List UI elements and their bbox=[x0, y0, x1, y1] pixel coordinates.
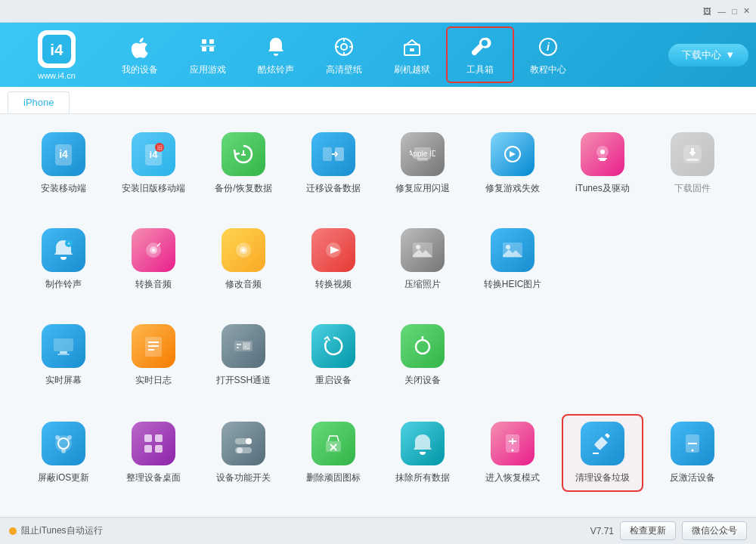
version-text: V7.71 bbox=[590, 526, 614, 536]
tool-backup-restore[interactable]: 备份/恢复数据 bbox=[203, 126, 285, 201]
nav-label-tutorials: 教程中心 bbox=[530, 63, 566, 76]
main-content: i4 安装移动端 i4 旧 安装旧版移动端 bbox=[0, 114, 756, 517]
tool-deactivate[interactable]: 反激活设备 bbox=[651, 414, 733, 492]
check-update-button[interactable]: 检查更新 bbox=[620, 521, 676, 540]
svg-rect-21 bbox=[323, 147, 332, 161]
erase-data-icon bbox=[401, 422, 445, 465]
nav-item-toolbox[interactable]: 工具箱 bbox=[446, 26, 514, 83]
tool-compress-photo[interactable]: 压缩照片 bbox=[382, 222, 464, 297]
svg-rect-29 bbox=[598, 158, 607, 159]
box-icon bbox=[398, 33, 426, 60]
wallpaper-icon bbox=[330, 33, 358, 60]
deactivate-icon bbox=[671, 422, 714, 465]
tool-download-firmware[interactable]: 下载固件 bbox=[651, 126, 733, 201]
tool-shutdown-device[interactable]: 关闭设备 bbox=[382, 318, 464, 393]
svg-rect-49 bbox=[60, 351, 67, 354]
svg-text:i: i bbox=[547, 41, 550, 53]
tool-migrate-data-label: 迁移设备数据 bbox=[306, 182, 361, 195]
tool-fix-game[interactable]: 修复游戏失效 bbox=[472, 126, 554, 201]
tool-restart-device[interactable]: 重启设备 bbox=[292, 318, 374, 393]
organize-desktop-icon bbox=[132, 422, 175, 465]
tool-realtime-screen[interactable]: 实时屏幕 bbox=[23, 318, 105, 393]
svg-point-3 bbox=[341, 44, 347, 50]
tool-convert-audio[interactable]: 转换音频 bbox=[113, 222, 195, 297]
tool-device-function-label: 设备功能开关 bbox=[216, 471, 271, 484]
tool-organize-desktop-label: 整理设备桌面 bbox=[126, 471, 181, 484]
nav-label-wallpaper: 高清壁纸 bbox=[326, 63, 362, 76]
nav-item-wallpaper[interactable]: 高清壁纸 bbox=[310, 26, 378, 83]
svg-point-47 bbox=[506, 245, 510, 249]
restore-window-icon[interactable]: □ bbox=[732, 7, 737, 16]
convert-audio-icon bbox=[132, 228, 175, 272]
tool-itunes-driver[interactable]: iTunes及驱动 bbox=[562, 126, 644, 201]
nav-label-jailbreak: 刷机越狱 bbox=[394, 63, 430, 76]
svg-rect-25 bbox=[417, 158, 428, 161]
close-icon[interactable]: ✕ bbox=[743, 6, 750, 16]
nav-item-app-game[interactable]: 应用游戏 bbox=[174, 26, 242, 83]
restore-icon[interactable]: — bbox=[717, 7, 726, 16]
header: i4 www.i4.cn 我的设备 应用游戏 bbox=[0, 23, 756, 87]
tool-block-ios-update[interactable]: 屏蔽iOS更新 bbox=[23, 414, 105, 492]
bell-icon bbox=[262, 33, 290, 60]
svg-text:i4: i4 bbox=[60, 148, 69, 160]
compress-photo-icon bbox=[401, 228, 445, 272]
svg-point-84 bbox=[691, 450, 693, 452]
nav-item-jailbreak[interactable]: 刷机越狱 bbox=[378, 26, 446, 83]
tool-clean-junk[interactable]: 清理设备垃圾 bbox=[562, 414, 644, 492]
tool-realtime-log[interactable]: 实时日志 bbox=[113, 318, 195, 393]
svg-point-79 bbox=[512, 450, 514, 452]
tab-iphone[interactable]: iPhone bbox=[8, 91, 70, 113]
tool-ssh-tunnel-label: 打开SSH通道 bbox=[216, 374, 271, 387]
ssh-tunnel-icon: >_ bbox=[222, 324, 265, 368]
tool-deactivate-label: 反激活设备 bbox=[670, 471, 715, 484]
download-button[interactable]: 下载中心 ▼ bbox=[668, 44, 748, 66]
logo-area: i4 www.i4.cn bbox=[8, 30, 106, 80]
tool-shutdown-device-label: 关闭设备 bbox=[404, 374, 441, 387]
logo-icon: i4 bbox=[38, 30, 76, 68]
tool-empty-2 bbox=[651, 222, 733, 297]
tool-empty-3 bbox=[472, 318, 554, 393]
tool-organize-desktop[interactable]: 整理设备桌面 bbox=[113, 414, 195, 492]
svg-text:i4: i4 bbox=[50, 40, 64, 57]
nav-item-tutorials[interactable]: i 教程中心 bbox=[514, 26, 582, 83]
tool-empty-4 bbox=[562, 318, 644, 393]
tool-install-app[interactable]: i4 安装移动端 bbox=[23, 126, 105, 201]
tool-migrate-data[interactable]: 迁移设备数据 bbox=[292, 126, 374, 201]
tool-convert-video[interactable]: 转换视频 bbox=[292, 222, 374, 297]
nav-item-ringtone[interactable]: 酷炫铃声 bbox=[242, 26, 310, 83]
tool-device-function[interactable]: 设备功能开关 bbox=[203, 414, 285, 492]
tool-recovery-mode[interactable]: 进入恢复模式 bbox=[472, 414, 554, 492]
logo-url: www.i4.cn bbox=[38, 71, 76, 80]
tool-fix-audio[interactable]: 修改音频 bbox=[203, 222, 285, 297]
svg-rect-32 bbox=[686, 159, 699, 161]
tool-fix-audio-label: 修改音频 bbox=[225, 278, 262, 291]
tool-erase-data[interactable]: 抹除所有数据 bbox=[382, 414, 464, 492]
tool-install-old[interactable]: i4 旧 安装旧版移动端 bbox=[113, 126, 195, 201]
tool-convert-heic[interactable]: 转换HEIC图片 bbox=[472, 222, 554, 297]
nav-right: 下载中心 ▼ bbox=[668, 44, 748, 66]
svg-rect-68 bbox=[155, 434, 163, 442]
tools-grid: i4 安装移动端 i4 旧 安装旧版移动端 bbox=[23, 126, 733, 492]
tool-realtime-log-label: 实时日志 bbox=[135, 374, 172, 387]
tool-install-app-label: 安装移动端 bbox=[41, 182, 86, 195]
fix-game-icon bbox=[491, 132, 534, 176]
wechat-button[interactable]: 微信公众号 bbox=[682, 521, 747, 540]
itunes-driver-icon bbox=[581, 132, 624, 176]
download-label: 下载中心 bbox=[682, 48, 721, 62]
tool-recovery-mode-label: 进入恢复模式 bbox=[485, 471, 540, 484]
tool-erase-data-label: 抹除所有数据 bbox=[395, 471, 450, 484]
nav-item-my-device[interactable]: 我的设备 bbox=[106, 26, 174, 83]
tool-ssh-tunnel[interactable]: >_ 打开SSH通道 bbox=[203, 318, 285, 393]
tool-download-firmware-label: 下载固件 bbox=[674, 182, 711, 195]
shutdown-device-icon bbox=[401, 324, 445, 368]
install-app-icon: i4 bbox=[42, 132, 85, 176]
tool-realtime-screen-label: 实时屏幕 bbox=[45, 374, 82, 387]
minimize-icon[interactable]: 🖼 bbox=[703, 7, 711, 16]
delete-icons-icon bbox=[311, 422, 355, 465]
status-text: 阻止iTunes自动运行 bbox=[21, 524, 103, 537]
svg-rect-30 bbox=[600, 159, 606, 161]
tool-fix-app[interactable]: Apple ID 修复应用闪退 bbox=[382, 126, 464, 201]
tool-delete-icons[interactable]: 删除顽固图标 bbox=[292, 414, 374, 492]
tool-convert-video-label: 转换视频 bbox=[315, 278, 352, 291]
tool-make-ringtone[interactable]: + 制作铃声 bbox=[23, 222, 105, 297]
